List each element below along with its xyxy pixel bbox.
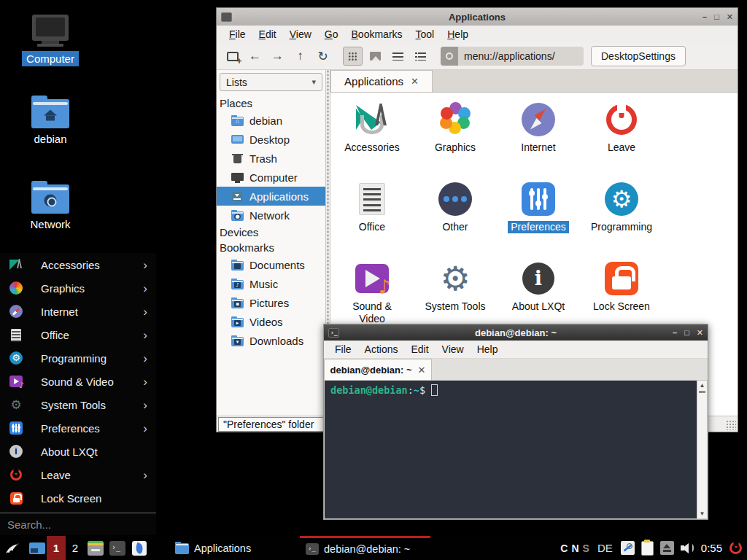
tab-applications[interactable]: Applications ✕: [330, 70, 433, 92]
clipboard-tray-icon[interactable]: [641, 541, 654, 556]
maximize-button[interactable]: □: [714, 12, 719, 22]
minimize-button[interactable]: –: [703, 12, 707, 22]
menu-actions[interactable]: Actions: [358, 343, 405, 355]
menu-item-graphics[interactable]: Graphics ›: [0, 276, 156, 300]
sidebar-item-videos[interactable]: ▸ Videos: [217, 312, 325, 331]
terminal-tab[interactable]: debian@debian: ~ ✕: [324, 359, 432, 380]
sidebar-item-applications[interactable]: Applications: [217, 187, 325, 206]
terminal-scrollbar[interactable]: ▲ ▼: [697, 381, 707, 518]
menu-go[interactable]: Go: [318, 28, 345, 40]
app-item-other[interactable]: Other: [414, 179, 497, 258]
scrollbar-thumb[interactable]: [699, 391, 705, 393]
menu-tool[interactable]: Tool: [409, 28, 441, 40]
menu-bookmarks[interactable]: Bookmarks: [345, 28, 409, 40]
detailed-view-button[interactable]: [411, 47, 430, 66]
task-button-applications[interactable]: Applications: [169, 536, 300, 560]
removable-media-tray-icon[interactable]: [660, 541, 674, 555]
sidebar-item-network[interactable]: ● Network: [217, 206, 325, 225]
sidebar-item-desktop[interactable]: Desktop: [217, 130, 325, 149]
terminal-screen[interactable]: debian@debian:~$ ▲ ▼: [324, 381, 708, 519]
scrolllock-indicator[interactable]: S: [583, 542, 589, 554]
maximize-button[interactable]: □: [684, 328, 689, 338]
menu-item-internet[interactable]: Internet ›: [0, 300, 156, 323]
resize-grip[interactable]: [726, 420, 736, 430]
volume-icon[interactable]: [681, 542, 694, 554]
app-item-accessories[interactable]: Accessories: [330, 99, 414, 179]
sidebar-item-documents[interactable]: Documents: [217, 255, 325, 274]
desktop-icon-debian[interactable]: debian: [14, 99, 87, 147]
forward-button[interactable]: →: [268, 47, 287, 66]
app-item-leave[interactable]: Leave: [580, 99, 663, 179]
file-manager-titlebar[interactable]: Applications – □ ✕: [217, 8, 738, 26]
app-item-office[interactable]: Office: [330, 179, 414, 258]
menu-view[interactable]: View: [436, 343, 471, 355]
numlock-indicator[interactable]: N: [571, 542, 578, 554]
keyboard-layout-indicator[interactable]: DE: [597, 542, 613, 554]
menu-item-programming[interactable]: ⚙ Programming ›: [0, 346, 156, 370]
screenshot-tray-icon[interactable]: [621, 541, 635, 555]
menu-file[interactable]: File: [222, 28, 252, 40]
back-button[interactable]: ←: [245, 47, 265, 66]
tab-close-icon[interactable]: ✕: [418, 365, 426, 376]
sidebar-item-label: Music: [249, 278, 278, 290]
sidebar-item-trash[interactable]: Trash: [217, 149, 325, 168]
sidebar-item-music[interactable]: ♪ Music: [217, 274, 325, 293]
reload-button[interactable]: ↻: [313, 47, 333, 66]
tab-close-icon[interactable]: ✕: [411, 76, 419, 87]
menu-item-about-lxqt[interactable]: i About LXQt: [0, 440, 156, 463]
sidebar-mode-select[interactable]: Lists ▾: [220, 73, 322, 91]
menu-edit[interactable]: Edit: [404, 343, 435, 355]
scroll-down-icon[interactable]: ▼: [698, 510, 706, 517]
compact-view-button[interactable]: [388, 47, 408, 66]
sidebar-item-debian[interactable]: ⌂ debian: [217, 111, 325, 130]
sidebar-item-downloads[interactable]: ▾ Downloads: [217, 331, 325, 350]
shutdown-button[interactable]: [729, 541, 743, 555]
menu-item-label: System Tools: [41, 399, 143, 411]
close-button[interactable]: ✕: [697, 328, 703, 338]
sidebar-item-pictures[interactable]: ▪ Pictures: [217, 293, 325, 312]
workspace-1-button[interactable]: 1: [47, 536, 66, 560]
task-button-terminal[interactable]: ›_ debian@debian: ~: [300, 536, 430, 560]
scroll-up-icon[interactable]: ▲: [698, 382, 706, 389]
path-completion-item[interactable]: DesktopSettings: [591, 46, 686, 66]
quicklaunch-terminal[interactable]: ›_: [107, 536, 128, 560]
menu-search-input[interactable]: Search...: [0, 513, 156, 535]
thumbnail-view-button[interactable]: [365, 47, 385, 66]
menu-edit[interactable]: Edit: [252, 28, 283, 40]
new-tab-button[interactable]: [222, 47, 242, 66]
programming-icon: ⚙: [9, 351, 23, 365]
show-desktop-button[interactable]: [28, 536, 47, 560]
menu-item-leave[interactable]: Leave ›: [0, 463, 156, 486]
menu-view[interactable]: View: [283, 28, 318, 40]
up-button[interactable]: ↑: [290, 47, 310, 66]
app-item-internet[interactable]: Internet: [497, 99, 580, 179]
terminal-titlebar[interactable]: ›_ debian@debian: ~ – □ ✕: [324, 324, 708, 341]
sidebar-item-computer[interactable]: Computer: [217, 168, 325, 187]
menu-help[interactable]: Help: [471, 343, 505, 355]
desktop-icon-network[interactable]: Network: [14, 184, 87, 232]
quicklaunch-featherpad[interactable]: [128, 536, 150, 560]
icon-view-button[interactable]: [343, 47, 363, 66]
capslock-indicator[interactable]: C: [560, 542, 568, 554]
start-menu-button[interactable]: [0, 536, 25, 560]
path-bar[interactable]: menu://applications/: [441, 47, 584, 66]
desktop-icon-computer[interactable]: Computer: [14, 15, 87, 66]
menu-item-accessories[interactable]: Accessories ›: [0, 253, 156, 276]
menu-file[interactable]: File: [328, 343, 358, 355]
path-input[interactable]: menu://applications/: [458, 50, 561, 62]
menu-item-sound-video[interactable]: Sound & Video ›: [0, 370, 156, 393]
terminal-prompt: debian@debian:~$: [325, 381, 707, 400]
quicklaunch-file-manager[interactable]: [85, 536, 107, 560]
menu-item-preferences[interactable]: Preferences ›: [0, 416, 156, 440]
clock[interactable]: 0:55: [701, 542, 722, 554]
menu-item-office[interactable]: Office ›: [0, 323, 156, 346]
minimize-button[interactable]: –: [673, 328, 677, 338]
app-item-graphics[interactable]: Graphics: [414, 99, 497, 179]
close-button[interactable]: ✕: [727, 12, 733, 22]
menu-item-lock-screen[interactable]: Lock Screen: [0, 486, 156, 510]
workspace-2-button[interactable]: 2: [66, 536, 85, 560]
menu-help[interactable]: Help: [441, 28, 475, 40]
app-item-programming[interactable]: ⚙ Programming: [580, 179, 663, 258]
menu-item-system-tools[interactable]: ⚙ System Tools ›: [0, 393, 156, 416]
app-item-preferences[interactable]: Preferences: [497, 179, 580, 258]
